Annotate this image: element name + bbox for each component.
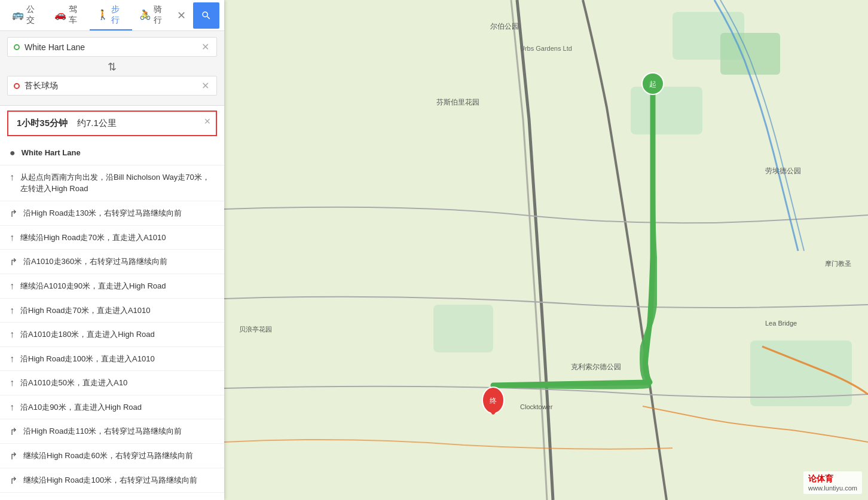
origin-input-row[interactable]: White Hart Lane ✕ (7, 37, 217, 57)
svg-text:芬斯伯里花园: 芬斯伯里花园 (436, 98, 479, 106)
svg-rect-4 (631, 87, 702, 134)
direction-step-2: ↱ 沿High Road走130米，右转穿过马路继续向前 (0, 201, 224, 226)
swap-button[interactable]: ⇅ (7, 60, 217, 73)
direction-origin: ● White Hart Lane (0, 141, 224, 165)
svg-text:Urbs Gardens Ltd: Urbs Gardens Ltd (520, 45, 572, 52)
direction-step-1: ↑ 从起点向西南方向出发，沿Bill Nicholson Way走70米，左转进… (0, 165, 224, 201)
directions-list: ● White Hart Lane ↑ 从起点向西南方向出发，沿Bill Nic… (0, 141, 224, 500)
direction-step-4: ↱ 沿A1010走360米，右转穿过马路继续向前 (0, 250, 224, 274)
origin-input[interactable]: White Hart Lane (25, 42, 200, 52)
step-3-text: 继续沿High Road走70米，直走进入A1010 (20, 232, 166, 244)
step-13-text: 继续沿High Road走100米，右转穿过马路继续向前 (23, 474, 197, 486)
svg-text:终: 终 (490, 397, 497, 405)
search-icon (201, 10, 212, 21)
direction-step-14: ↑ 继续沿High Road走100米，直走进入A10 (0, 493, 224, 500)
direction-step-12: ↱ 继续沿High Road走60米，右转穿过马路继续向前 (0, 444, 224, 468)
origin-label: White Hart Lane (22, 147, 81, 159)
destination-input-row[interactable]: 苔长球场 ✕ (7, 76, 217, 96)
svg-rect-7 (433, 305, 493, 352)
drive-icon: 🚗 (54, 9, 66, 20)
step-12-text: 继续沿High Road走60米，右转穿过马路继续向前 (23, 450, 193, 462)
origin-dot (14, 44, 20, 50)
direction-step-6: ↑ 沿High Road走70米，直走进入A1010 (0, 299, 224, 323)
svg-text:尔伯公园: 尔伯公园 (490, 22, 519, 30)
step-11-icon: ↱ (10, 426, 17, 437)
step-5-text: 继续沿A1010走90米，直走进入High Road (20, 280, 166, 292)
svg-rect-0 (224, 0, 868, 500)
bus-icon: 🚌 (12, 9, 24, 20)
step-7-icon: ↑ (10, 329, 14, 340)
step-7-text: 沿A1010走180米，直走进入High Road (20, 329, 155, 341)
step-10-icon: ↑ (10, 402, 14, 413)
svg-text:克利索尔德公园: 克利索尔德公园 (571, 363, 621, 371)
svg-text:起: 起 (649, 80, 656, 88)
step-2-icon: ↱ (10, 208, 17, 219)
clear-origin-button[interactable]: ✕ (200, 41, 210, 53)
step-10-text: 沿A10走90米，直走进入High Road (20, 401, 142, 413)
route-distance: 约7.1公里 (77, 118, 117, 129)
step-13-icon: ↱ (10, 475, 17, 486)
walk-icon: 🚶 (97, 9, 109, 20)
close-nav-button[interactable]: ✕ (175, 7, 188, 24)
step-1-icon: ↑ (10, 172, 14, 183)
direction-step-10: ↑ 沿A10走90米，直走进入High Road (0, 395, 224, 420)
route-summary[interactable]: 1小时35分钟 约7.1公里 ✕ (7, 111, 217, 136)
step-12-icon: ↱ (10, 450, 17, 462)
tab-drive[interactable]: 🚗 驾车 (47, 0, 90, 30)
svg-rect-3 (720, 33, 780, 75)
route-time: 1小时35分钟 (17, 118, 68, 129)
svg-text:贝浪亭花园: 贝浪亭花园 (239, 326, 272, 333)
direction-step-11: ↱ 沿High Road走110米，右转穿过马路继续向前 (0, 419, 224, 444)
watermark-top: 论体育 (808, 474, 857, 484)
step-4-icon: ↱ (10, 256, 17, 268)
direction-step-5: ↑ 继续沿A1010走90米，直走进入High Road (0, 274, 224, 299)
destination-input[interactable]: 苔长球场 (25, 81, 200, 91)
tab-bus-label: 公交 (26, 4, 40, 26)
destination-dot (14, 83, 20, 89)
step-2-text: 沿High Road走130米，右转穿过马路继续向前 (23, 207, 182, 219)
tab-bus[interactable]: 🚌 公交 (5, 0, 47, 30)
step-11-text: 沿High Road走110米，右转穿过马路继续向前 (23, 425, 182, 437)
watermark-bottom: www.luntiyu.com (808, 484, 857, 492)
origin-marker-icon: ● (10, 148, 16, 158)
nav-tabs: 🚌 公交 🚗 驾车 🚶 步行 🚴 骑行 ✕ (0, 0, 224, 31)
direction-step-9: ↑ 沿A1010走50米，直走进入A10 (0, 371, 224, 395)
tab-bike-label: 骑行 (154, 4, 167, 26)
step-6-icon: ↑ (10, 305, 14, 316)
step-4-text: 沿A1010走360米，右转穿过马路继续向前 (23, 256, 167, 268)
step-6-text: 沿High Road走70米，直走进入A1010 (20, 305, 150, 317)
map-area[interactable]: 起 终 尔伯公园 Urbs Gardens Ltd 芬斯伯里花园 劳埃德公园 克… (224, 0, 868, 500)
clear-destination-button[interactable]: ✕ (200, 80, 210, 91)
tab-bike[interactable]: 🚴 骑行 (132, 0, 175, 30)
tab-walk[interactable]: 🚶 步行 (90, 0, 132, 30)
step-8-icon: ↑ (10, 354, 14, 364)
search-button[interactable] (193, 2, 219, 29)
step-9-icon: ↑ (10, 378, 14, 388)
sidebar: 🚌 公交 🚗 驾车 🚶 步行 🚴 骑行 ✕ White Hart Lane ✕ (0, 0, 224, 500)
step-5-icon: ↑ (10, 281, 14, 292)
svg-text:摩门教圣: 摩门教圣 (825, 260, 851, 267)
direction-step-13: ↱ 继续沿High Road走100米，右转穿过马路继续向前 (0, 468, 224, 493)
map-svg: 起 终 尔伯公园 Urbs Gardens Ltd 芬斯伯里花园 劳埃德公园 克… (224, 0, 868, 500)
svg-text:Clocktower: Clocktower (520, 403, 553, 410)
close-summary-button[interactable]: ✕ (204, 116, 211, 126)
route-inputs: White Hart Lane ✕ ⇅ 苔长球场 ✕ (0, 31, 224, 106)
step-8-text: 沿High Road走100米，直走进入A1010 (20, 353, 155, 365)
bike-icon: 🚴 (139, 9, 151, 20)
direction-step-3: ↑ 继续沿High Road走70米，直走进入A1010 (0, 226, 224, 250)
step-3-icon: ↑ (10, 232, 14, 243)
watermark: 论体育 www.luntiyu.com (803, 471, 862, 494)
step-1-text: 从起点向西南方向出发，沿Bill Nicholson Way走70米，左转进入H… (20, 171, 215, 195)
svg-text:Lea Bridge: Lea Bridge (765, 320, 797, 327)
tab-drive-label: 驾车 (69, 4, 82, 26)
step-9-text: 沿A1010走50米，直走进入A10 (20, 377, 127, 389)
direction-step-7: ↑ 沿A1010走180米，直走进入High Road (0, 323, 224, 347)
direction-step-8: ↑ 沿High Road走100米，直走进入A1010 (0, 347, 224, 372)
tab-walk-label: 步行 (111, 4, 125, 26)
svg-text:劳埃德公园: 劳埃德公园 (765, 167, 801, 175)
